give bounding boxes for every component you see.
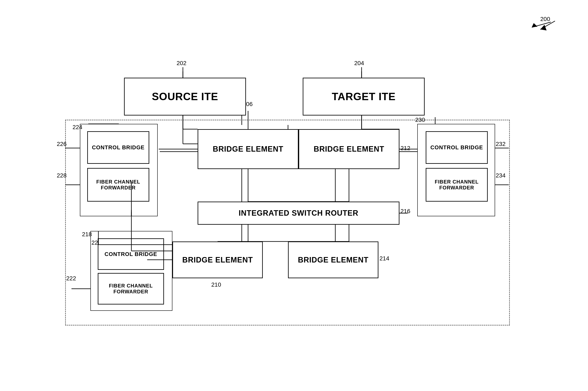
- ref-212: 212: [401, 145, 410, 152]
- ref-230: 230: [415, 116, 425, 123]
- bridge-element-214: BRIDGE ELEMENT: [288, 241, 378, 278]
- control-bridge-right: CONTROL BRIDGE: [426, 131, 488, 164]
- ref-226: 226: [57, 141, 67, 147]
- ref-204: 204: [354, 60, 364, 67]
- target-ite-box: TARGET ITE: [303, 78, 425, 115]
- ref-214: 214: [379, 255, 389, 262]
- bridge-element-212: BRIDGE ELEMENT: [298, 129, 399, 169]
- svg-marker-1: [531, 22, 537, 28]
- ref-234: 234: [496, 172, 506, 179]
- integrated-switch-router: INTEGRATED SWITCH ROUTER: [198, 201, 399, 225]
- svg-line-0: [532, 22, 551, 27]
- control-bridge-left: CONTROL BRIDGE: [87, 131, 149, 164]
- fiber-channel-forwarder-right: FIBER CHANNEL FORWARDER: [426, 168, 488, 201]
- ref-210: 210: [211, 281, 221, 288]
- ref-216: 216: [401, 208, 410, 215]
- control-bridge-bottom: CONTROL BRIDGE: [98, 238, 164, 270]
- svg-marker-24: [540, 25, 547, 30]
- ref-232: 232: [496, 141, 506, 147]
- fiber-channel-forwarder-left: FIBER CHANNEL FORWARDER: [87, 168, 149, 201]
- bridge-element-208: BRIDGE ELEMENT: [198, 129, 298, 169]
- ref-224: 224: [73, 124, 82, 131]
- bridge-element-210: BRIDGE ELEMENT: [172, 241, 263, 278]
- fiber-channel-forwarder-bottom: FIBER CHANNEL FORWARDER: [98, 273, 164, 304]
- ref-202: 202: [177, 60, 186, 67]
- ref-228: 228: [57, 172, 67, 179]
- ref-200: 200: [540, 16, 550, 22]
- ref-218: 218: [82, 231, 92, 238]
- source-ite-box: SOURCE ITE: [124, 78, 246, 115]
- ref-222: 222: [66, 275, 76, 282]
